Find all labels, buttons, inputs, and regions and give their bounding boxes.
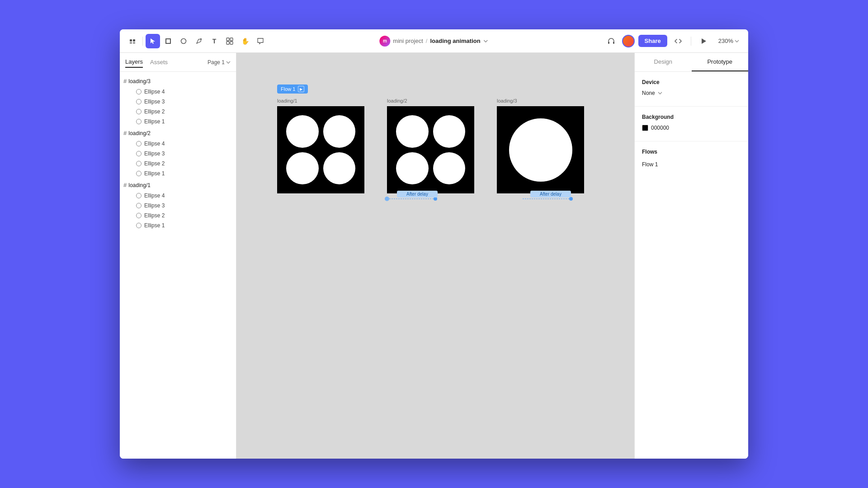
- layer-item-loading3-ellipse2[interactable]: Ellipse 2: [120, 107, 236, 117]
- background-color-text: 000000: [651, 125, 669, 131]
- layer-item-loading1-ellipse3[interactable]: Ellipse 3: [120, 201, 236, 211]
- toolbar-divider-2: [691, 37, 691, 46]
- sidebar-tabs: Layers Assets Page 1: [120, 53, 236, 72]
- frame-tool-button[interactable]: [161, 34, 175, 48]
- layer-item-label: Ellipse 1: [144, 118, 165, 125]
- flow-list-item[interactable]: Flow 1: [642, 160, 741, 169]
- circle-icon: [136, 203, 142, 208]
- layer-item-label: Ellipse 2: [144, 108, 165, 115]
- text-tool-button[interactable]: T: [207, 34, 222, 48]
- svg-rect-10: [166, 38, 170, 39]
- hash-icon-loading3: #: [123, 78, 127, 84]
- tab-prototype[interactable]: Prototype: [692, 53, 749, 71]
- circle-icon: [136, 213, 142, 218]
- svg-point-13: [200, 38, 202, 40]
- svg-rect-1: [133, 39, 135, 42]
- headphone-button[interactable]: [604, 34, 618, 48]
- layer-item-label: Ellipse 2: [144, 212, 165, 219]
- ellipse-1-2: [323, 115, 356, 148]
- background-section: Background 000000: [635, 107, 748, 141]
- layer-group-name-loading3: loading/3: [128, 78, 151, 84]
- layer-item-label: Ellipse 2: [144, 160, 165, 167]
- toolbar-center: m mini project / loading animation: [379, 36, 488, 47]
- flow-badge[interactable]: Flow 1 ▶: [277, 84, 308, 94]
- layer-item-loading1-ellipse2[interactable]: Ellipse 2: [120, 211, 236, 221]
- breadcrumb-slash: /: [426, 38, 428, 44]
- frame-loading2[interactable]: [387, 106, 474, 193]
- pen-tool-button[interactable]: [192, 34, 206, 48]
- canvas-area[interactable]: loading/1 Flow 1 ▶ loading/2: [236, 53, 634, 459]
- flows-section: Flows Flow 1: [635, 141, 748, 177]
- toolbar-left: T ✋: [125, 34, 268, 48]
- ellipse-2-2: [433, 115, 466, 148]
- svg-rect-0: [130, 39, 132, 42]
- layer-item-loading2-ellipse2[interactable]: Ellipse 2: [120, 159, 236, 169]
- circle-icon: [136, 99, 142, 104]
- right-panel: Design Prototype Device None Background: [634, 53, 748, 459]
- layer-group-header-loading2[interactable]: # loading/2: [120, 127, 236, 139]
- frame-wrapper-loading1: loading/1 Flow 1 ▶: [277, 98, 364, 193]
- layer-group-header-loading1[interactable]: # loading/1: [120, 179, 236, 191]
- layer-item-loading1-ellipse4[interactable]: Ellipse 4: [120, 191, 236, 201]
- device-row: None: [642, 90, 741, 96]
- circle-icon: [136, 89, 142, 94]
- play-button[interactable]: [697, 34, 711, 48]
- layer-item-loading1-ellipse1[interactable]: Ellipse 1: [120, 221, 236, 230]
- share-button[interactable]: Share: [638, 35, 667, 47]
- comment-tool-button[interactable]: [253, 34, 268, 48]
- ellipse-2-1: [396, 115, 429, 148]
- tab-design[interactable]: Design: [635, 53, 692, 71]
- hash-icon-loading1: #: [123, 182, 127, 188]
- zoom-value: 230%: [718, 38, 733, 44]
- tab-layers[interactable]: Layers: [125, 56, 143, 68]
- shape-tool-button[interactable]: [176, 34, 191, 48]
- circle-icon: [136, 193, 142, 198]
- menu-button[interactable]: [125, 34, 140, 48]
- layer-item-label: Ellipse 1: [144, 222, 165, 229]
- circle-icon: [136, 119, 142, 124]
- layer-item-loading3-ellipse4[interactable]: Ellipse 4: [120, 87, 236, 97]
- page-name: Page 1: [208, 59, 225, 66]
- component-tool-button[interactable]: [222, 34, 237, 48]
- code-view-button[interactable]: [671, 34, 685, 48]
- frame-wrapper-loading3: loading/3: [497, 98, 584, 193]
- project-file: loading animation: [430, 38, 480, 44]
- hand-tool-button[interactable]: ✋: [238, 34, 252, 48]
- ellipse-2-4: [433, 152, 466, 185]
- layer-group-header-loading3[interactable]: # loading/3: [120, 75, 236, 87]
- project-breadcrumb[interactable]: m mini project / loading animation: [379, 36, 488, 47]
- project-name: mini project: [393, 38, 423, 44]
- page-selector[interactable]: Page 1: [208, 59, 231, 66]
- background-section-title: Background: [642, 114, 741, 120]
- layer-item-label: Ellipse 4: [144, 141, 165, 147]
- chevron-down-icon: [483, 38, 489, 44]
- device-section: Device None: [635, 72, 748, 107]
- layer-group-name-loading1: loading/1: [128, 182, 151, 188]
- layer-item-loading3-ellipse1[interactable]: Ellipse 1: [120, 117, 236, 127]
- svg-rect-16: [226, 42, 229, 44]
- toolbar: T ✋ m mini project: [120, 29, 748, 53]
- layer-item-loading2-ellipse1[interactable]: Ellipse 1: [120, 169, 236, 178]
- layer-item-label: Ellipse 3: [144, 202, 165, 209]
- device-value[interactable]: None: [642, 90, 662, 96]
- flow-badge-icon: ▶: [298, 86, 304, 92]
- device-chevron-icon: [658, 91, 662, 95]
- background-value[interactable]: 000000: [642, 125, 669, 131]
- layer-group-loading1: # loading/1 Ellipse 4 Ellipse 3 Ellipse …: [120, 179, 236, 230]
- zoom-control[interactable]: 230%: [715, 36, 743, 46]
- ellipse-3-1: [509, 118, 572, 182]
- frame-loading1[interactable]: [277, 106, 364, 193]
- layer-item-loading2-ellipse3[interactable]: Ellipse 3: [120, 149, 236, 159]
- ellipse-2-3: [396, 152, 429, 185]
- frame-label-loading2: loading/2: [387, 98, 407, 103]
- panel-tabs: Design Prototype: [635, 53, 748, 72]
- layer-item-loading2-ellipse4[interactable]: Ellipse 4: [120, 139, 236, 149]
- sidebar-content: # loading/3 Ellipse 4 Ellipse 3 Ellipse …: [120, 72, 236, 459]
- toolbar-divider-1: [142, 37, 143, 46]
- layer-item-loading3-ellipse3[interactable]: Ellipse 3: [120, 97, 236, 107]
- text-tool-icon: T: [212, 38, 217, 45]
- frame-loading3[interactable]: [497, 106, 584, 193]
- tab-assets[interactable]: Assets: [150, 57, 168, 67]
- svg-rect-2: [130, 42, 132, 43]
- cursor-tool-button[interactable]: [146, 34, 160, 48]
